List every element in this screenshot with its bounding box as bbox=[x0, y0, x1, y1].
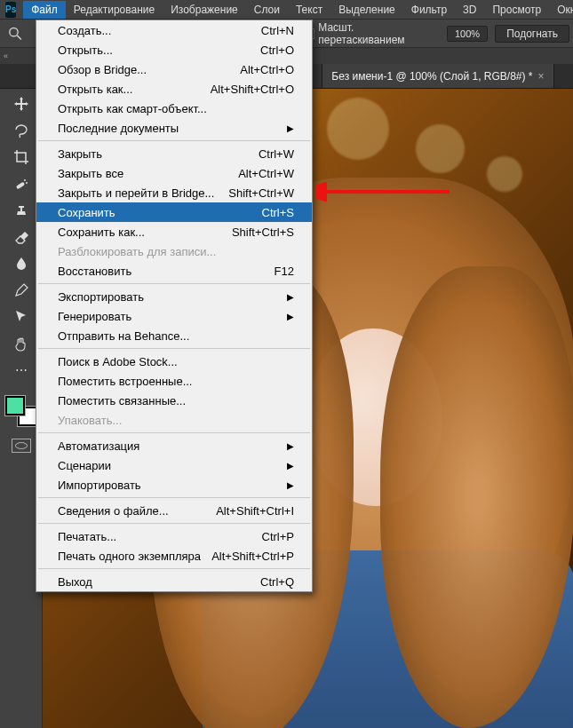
menu-separator bbox=[38, 497, 310, 498]
menu-item[interactable]: ЗакрытьCtrl+W bbox=[36, 144, 312, 163]
menu-shortcut: Shift+Ctrl+S bbox=[232, 226, 294, 239]
clone-stamp-tool[interactable] bbox=[10, 199, 33, 222]
menu-shortcut: Alt+Shift+Ctrl+O bbox=[211, 83, 294, 96]
document-tab-2[interactable]: Без имени-1 @ 100% (Слой 1, RGB/8#) * × bbox=[322, 64, 553, 88]
menu-shortcut: Ctrl+Q bbox=[260, 575, 294, 589]
menu-separator bbox=[38, 523, 310, 524]
menu-item-label: Упаковать... bbox=[58, 414, 122, 427]
menubar: Ps Файл Редактирование Изображение Слои … bbox=[0, 0, 573, 20]
menu-shortcut: Alt+Ctrl+O bbox=[240, 63, 294, 76]
move-tool[interactable] bbox=[10, 92, 33, 115]
scrub-zoom-checkbox[interactable]: ✓ Масшт. перетаскиванием bbox=[305, 21, 434, 46]
quick-mask-toggle[interactable] bbox=[12, 439, 31, 453]
menu-item-label: Печать одного экземпляра bbox=[58, 550, 201, 563]
svg-line-1 bbox=[17, 35, 21, 39]
menu-item-label: Открыть как смарт-объект... bbox=[58, 102, 207, 115]
svg-point-4 bbox=[26, 182, 28, 184]
menu-item[interactable]: Генерировать▶ bbox=[36, 306, 312, 326]
menu-item[interactable]: Открыть как...Alt+Shift+Ctrl+O bbox=[36, 79, 312, 99]
hand-tool[interactable] bbox=[10, 332, 33, 355]
more-tools[interactable]: ⋯ bbox=[10, 359, 33, 382]
menu-file[interactable]: Файл bbox=[23, 1, 66, 19]
menu-layers[interactable]: Слои bbox=[246, 1, 288, 19]
menu-item-label: Экспортировать bbox=[58, 290, 144, 304]
menu-item-label: Создать... bbox=[58, 24, 111, 37]
menu-item[interactable]: Автоматизация▶ bbox=[36, 436, 312, 455]
menu-separator bbox=[38, 348, 310, 349]
menu-item[interactable]: Сценарии▶ bbox=[36, 455, 312, 475]
menu-item-label: Разблокировать для записи... bbox=[58, 245, 216, 258]
menu-image[interactable]: Изображение bbox=[163, 1, 246, 19]
menu-item[interactable]: Поместить встроенные... bbox=[36, 371, 312, 391]
menu-shortcut: Ctrl+P bbox=[262, 530, 294, 543]
menu-shortcut: F12 bbox=[275, 265, 294, 278]
menu-item[interactable]: Экспортировать▶ bbox=[36, 287, 312, 306]
menu-item[interactable]: Закрыть и перейти в Bridge...Shift+Ctrl+… bbox=[36, 183, 312, 202]
menu-item-label: Отправить на Behance... bbox=[58, 329, 189, 343]
menu-item-label: Сведения о файле... bbox=[58, 504, 169, 518]
menu-item[interactable]: Отправить на Behance... bbox=[36, 326, 312, 345]
menu-item[interactable]: Поместить связанные... bbox=[36, 391, 312, 410]
menu-item[interactable]: Поиск в Adobe Stock... bbox=[36, 352, 312, 371]
menu-item[interactable]: Закрыть всеAlt+Ctrl+W bbox=[36, 163, 312, 183]
submenu-arrow-icon: ▶ bbox=[287, 480, 294, 490]
menu-item-label: Сохранить как... bbox=[58, 226, 145, 239]
menu-item[interactable]: СохранитьCtrl+S bbox=[36, 202, 312, 222]
menu-item[interactable]: Открыть как смарт-объект... bbox=[36, 99, 312, 118]
menu-3d[interactable]: 3D bbox=[455, 1, 484, 19]
fit-button[interactable]: Подогнать bbox=[495, 25, 569, 43]
menu-item[interactable]: Сведения о файле...Alt+Shift+Ctrl+I bbox=[36, 501, 312, 520]
menu-select[interactable]: Выделение bbox=[330, 1, 403, 19]
menu-shortcut: Alt+Shift+Ctrl+I bbox=[216, 504, 294, 518]
svg-point-3 bbox=[24, 179, 26, 181]
close-icon[interactable]: × bbox=[538, 70, 545, 83]
svg-rect-2 bbox=[15, 181, 24, 189]
fg-color-swatch[interactable] bbox=[5, 396, 25, 415]
menu-item-label: Закрыть и перейти в Bridge... bbox=[58, 186, 214, 200]
submenu-arrow-icon: ▶ bbox=[287, 123, 294, 133]
file-menu-dropdown: Создать...Ctrl+NОткрыть...Ctrl+OОбзор в … bbox=[36, 20, 313, 592]
menu-item[interactable]: Печатать...Ctrl+P bbox=[36, 526, 312, 546]
menu-item[interactable]: ВосстановитьF12 bbox=[36, 261, 312, 281]
menu-item[interactable]: Печать одного экземпляраAlt+Shift+Ctrl+P bbox=[36, 546, 312, 566]
menu-separator bbox=[38, 432, 310, 433]
menu-shortcut: Ctrl+N bbox=[261, 24, 294, 37]
blur-tool[interactable] bbox=[10, 252, 33, 275]
path-select-tool[interactable] bbox=[10, 305, 33, 328]
pen-tool[interactable] bbox=[10, 279, 33, 302]
eraser-tool[interactable] bbox=[10, 226, 33, 249]
submenu-arrow-icon: ▶ bbox=[287, 292, 294, 302]
submenu-arrow-icon: ▶ bbox=[287, 441, 294, 451]
menu-window[interactable]: Окно bbox=[549, 1, 573, 19]
svg-point-0 bbox=[10, 28, 18, 36]
menu-item-label: Импортировать bbox=[58, 479, 141, 492]
menu-separator bbox=[38, 568, 310, 569]
color-swatches[interactable] bbox=[5, 396, 37, 426]
menu-edit[interactable]: Редактирование bbox=[66, 1, 163, 19]
menu-item[interactable]: Последние документы▶ bbox=[36, 118, 312, 138]
menu-filter[interactable]: Фильтр bbox=[403, 1, 455, 19]
menu-item-label: Закрыть bbox=[58, 147, 102, 161]
menu-item-label: Генерировать bbox=[58, 310, 131, 323]
menu-item[interactable]: Открыть...Ctrl+O bbox=[36, 40, 312, 59]
scrub-zoom-label: Масшт. перетаскиванием bbox=[318, 21, 434, 46]
crop-tool[interactable] bbox=[10, 146, 33, 169]
healing-brush-tool[interactable] bbox=[10, 172, 33, 195]
menu-item-label: Закрыть все bbox=[58, 167, 123, 180]
menu-item[interactable]: ВыходCtrl+Q bbox=[36, 572, 312, 591]
menu-item[interactable]: Сохранить как...Shift+Ctrl+S bbox=[36, 222, 312, 241]
menu-item-label: Поиск в Adobe Stock... bbox=[58, 355, 178, 368]
menu-item-label: Печатать... bbox=[58, 530, 116, 543]
menu-shortcut: Ctrl+W bbox=[259, 147, 294, 161]
annotation-arrow bbox=[316, 182, 458, 202]
menu-view[interactable]: Просмотр bbox=[484, 1, 549, 19]
submenu-arrow-icon: ▶ bbox=[287, 312, 294, 321]
lasso-tool[interactable] bbox=[10, 119, 33, 142]
menu-text[interactable]: Текст bbox=[288, 1, 330, 19]
zoom-percent-field[interactable]: 100% bbox=[447, 26, 488, 42]
menu-item[interactable]: Создать...Ctrl+N bbox=[36, 20, 312, 40]
menu-item[interactable]: Обзор в Bridge...Alt+Ctrl+O bbox=[36, 59, 312, 79]
menu-item[interactable]: Импортировать▶ bbox=[36, 475, 312, 495]
menu-item-label: Открыть... bbox=[58, 44, 113, 57]
menu-separator bbox=[38, 283, 310, 284]
